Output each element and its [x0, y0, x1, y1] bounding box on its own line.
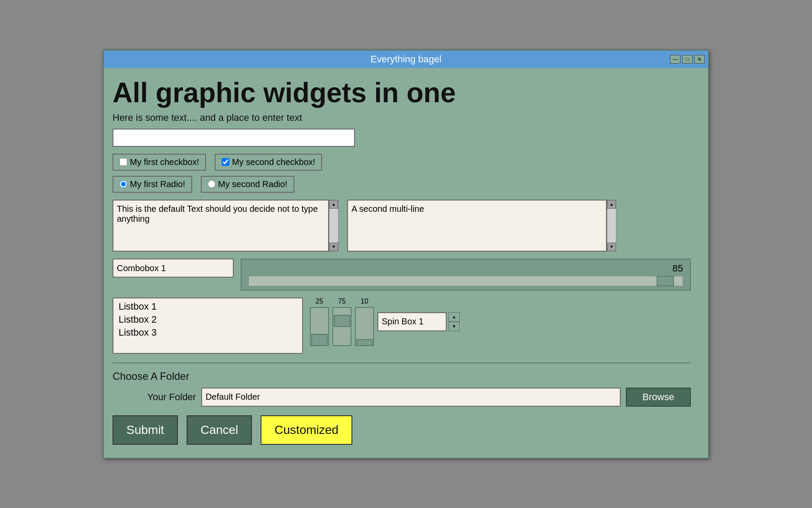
vslider2-label: 75	[338, 298, 346, 305]
spinbox-buttons: ▲ ▼	[448, 312, 460, 331]
radio2-input[interactable]	[208, 180, 216, 188]
title-bar: Everything bagel — □ ✕	[104, 51, 708, 68]
scrollbar2-down-btn[interactable]: ▼	[607, 243, 616, 251]
checkboxes-row: My first checkbox! My second checkbox!	[113, 154, 691, 171]
folder-input[interactable]	[201, 388, 621, 407]
scrollbar2-up-btn[interactable]: ▲	[607, 200, 616, 209]
window-title: Everything bagel	[142, 54, 670, 65]
browse-button[interactable]: Browse	[626, 388, 691, 407]
listbox-item-2[interactable]: Listbox 2	[117, 313, 299, 326]
scrollbar-up-btn[interactable]: ▲	[329, 200, 338, 209]
vslider1-label: 25	[316, 298, 323, 305]
submit-button[interactable]: Submit	[113, 415, 178, 445]
textarea1-container: ▲ ▼	[113, 200, 338, 252]
folder-label: Your Folder	[147, 392, 196, 403]
scrollbar2-track	[607, 209, 616, 243]
listbox-item-1[interactable]: Listbox 1	[117, 300, 299, 313]
middle-row: Combobox 1 Combobox 2 Combobox 3 85	[113, 259, 691, 291]
spinbox-container: ▲ ▼	[377, 312, 460, 331]
hslider-value: 85	[248, 263, 683, 274]
checkbox2-label: My second checkbox!	[232, 157, 315, 167]
minimize-button[interactable]: —	[670, 55, 680, 64]
folder-section-title: Choose A Folder	[113, 370, 691, 382]
checkbox2-item[interactable]: My second checkbox!	[215, 154, 322, 171]
hslider-thumb[interactable]	[657, 276, 674, 286]
hslider-track[interactable]	[248, 276, 683, 286]
radio1-label: My first Radio!	[130, 179, 185, 189]
spinbox-down-btn[interactable]: ▼	[448, 322, 460, 331]
radio1-input[interactable]	[119, 180, 127, 188]
textarea1[interactable]	[113, 200, 329, 252]
vslider2-track[interactable]	[332, 307, 351, 346]
checkbox2-input[interactable]	[222, 158, 229, 166]
vslider1-container: 25	[310, 298, 329, 346]
vslider1-thumb[interactable]	[311, 334, 328, 346]
listbox-item-3[interactable]: Listbox 3	[117, 326, 299, 339]
textarea2[interactable]	[347, 200, 607, 252]
vslider3-track[interactable]	[355, 307, 374, 346]
scrollbar-track	[329, 209, 338, 243]
cancel-button[interactable]: Cancel	[187, 415, 252, 445]
close-button[interactable]: ✕	[694, 55, 705, 64]
vslider3-label: 10	[361, 298, 368, 305]
hslider-container: 85	[241, 259, 691, 291]
checkbox1-label: My first checkbox!	[130, 157, 199, 167]
listbox[interactable]: Listbox 1 Listbox 2 Listbox 3	[113, 298, 303, 354]
combobox[interactable]: Combobox 1 Combobox 2 Combobox 3	[113, 259, 234, 278]
main-window: Everything bagel — □ ✕ All graphic widge…	[103, 50, 709, 459]
textarea1-scrollbar[interactable]: ▲ ▼	[329, 200, 338, 252]
checkbox1-item[interactable]: My first checkbox!	[113, 154, 206, 171]
buttons-row: Submit Cancel Customized	[113, 415, 691, 445]
spinbox-up-btn[interactable]: ▲	[448, 312, 460, 322]
vslider2-container: 75	[332, 298, 351, 346]
folder-row: Your Folder Browse	[113, 388, 691, 407]
main-text-input[interactable]	[113, 129, 355, 147]
textarea2-scrollbar[interactable]: ▲ ▼	[607, 200, 616, 252]
title-bar-controls: — □ ✕	[670, 55, 705, 64]
maximize-button[interactable]: □	[682, 55, 693, 64]
textareas-row: ▲ ▼ ▲ ▼	[113, 200, 691, 252]
spinbox-input[interactable]	[377, 312, 447, 331]
combobox-container: Combobox 1 Combobox 2 Combobox 3	[113, 259, 234, 278]
vslider3-container: 10	[355, 298, 374, 346]
vslider2-thumb[interactable]	[334, 315, 350, 327]
radio2-label: My second Radio!	[218, 179, 287, 189]
divider	[113, 362, 691, 363]
radio1-item[interactable]: My first Radio!	[113, 176, 192, 193]
vslider1-track[interactable]	[310, 307, 329, 346]
checkbox1-input[interactable]	[119, 158, 127, 166]
main-title: All graphic widgets in one	[113, 77, 691, 109]
folder-section: Choose A Folder Your Folder Browse	[113, 370, 691, 407]
gap	[338, 200, 347, 252]
subtitle: Here is some text.... and a place to ent…	[113, 112, 691, 123]
window-content: All graphic widgets in one Here is some …	[104, 68, 708, 458]
textarea2-container: ▲ ▼	[347, 200, 616, 252]
vslider3-thumb[interactable]	[356, 339, 373, 346]
radio2-item[interactable]: My second Radio!	[201, 176, 294, 193]
customized-button[interactable]: Customized	[261, 415, 352, 445]
radios-row: My first Radio! My second Radio!	[113, 176, 691, 193]
bottom-row: Listbox 1 Listbox 2 Listbox 3 25 75	[113, 298, 691, 354]
scrollbar-down-btn[interactable]: ▼	[329, 243, 338, 251]
vert-sliders-group: 25 75 10	[310, 298, 460, 346]
